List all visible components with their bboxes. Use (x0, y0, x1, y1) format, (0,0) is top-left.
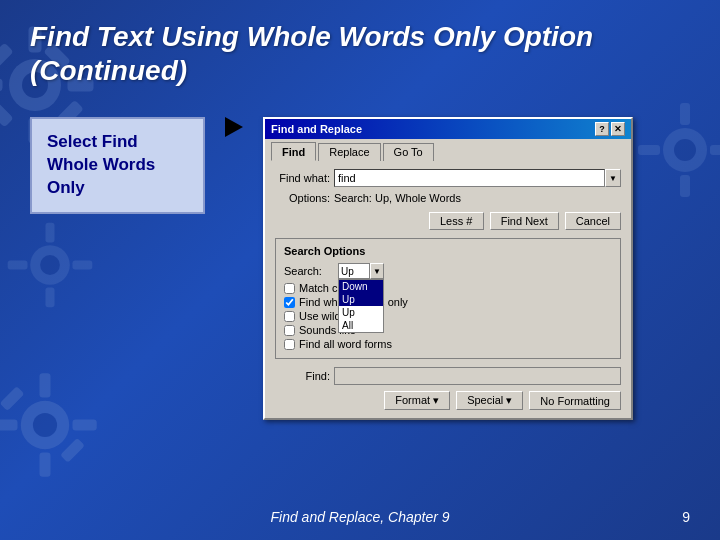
search-direction-value: Up (338, 263, 370, 279)
find-what-input[interactable] (334, 169, 605, 187)
match-case-row: Match case (284, 282, 612, 294)
find-replace-dialog: Find and Replace ? ✕ Find Replace Go To … (263, 117, 633, 420)
dialog-tabs: Find Replace Go To (265, 139, 631, 161)
search-option-up[interactable]: Up (339, 306, 383, 319)
body-area: Select Find Whole Words Only Find and Re… (30, 117, 690, 420)
options-label: Options: (275, 192, 330, 204)
options-text: Search: Up, Whole Words (334, 192, 461, 204)
top-buttons-row: Less # Find Next Cancel (275, 212, 621, 230)
use-wildcards-checkbox[interactable] (284, 311, 295, 322)
footer: Find and Replace, Chapter 9 9 (0, 509, 720, 525)
search-option-down[interactable]: Down (339, 280, 383, 293)
find-what-dropdown-arrow[interactable]: ▼ (605, 169, 621, 187)
search-direction-popup: Down Up Up All (338, 279, 384, 333)
footer-text: Find and Replace, Chapter 9 (271, 509, 450, 525)
find-what-field-container: ▼ (334, 169, 621, 187)
find-all-word-forms-row: Find all word forms (284, 338, 612, 350)
search-direction-row: Search: Up ▼ Down Up Up All (284, 263, 612, 279)
tab-goto[interactable]: Go To (383, 143, 434, 161)
page-number: 9 (682, 509, 690, 525)
main-content: Find Text Using Whole Words Only Option … (0, 0, 720, 440)
dialog-title: Find and Replace (271, 123, 362, 135)
find-next-button[interactable]: Find Next (490, 212, 559, 230)
label-box-text: Select Find Whole Words Only (47, 131, 188, 200)
find-bottom-row: Find: (275, 367, 621, 385)
dialog-body: Find what: ▼ Options: Search: Up, Whole … (265, 161, 631, 418)
find-bottom-input[interactable] (334, 367, 621, 385)
search-options-group: Search Options Search: Up ▼ Down (275, 238, 621, 359)
tab-replace[interactable]: Replace (318, 143, 380, 161)
tab-find[interactable]: Find (271, 142, 316, 161)
final-buttons-row: Format ▾ Special ▾ No Formatting (275, 391, 621, 410)
search-option-all[interactable]: All (339, 319, 383, 332)
match-case-checkbox[interactable] (284, 283, 295, 294)
find-all-word-forms-checkbox[interactable] (284, 339, 295, 350)
find-whole-words-checkbox[interactable] (284, 297, 295, 308)
format-button[interactable]: Format ▾ (384, 391, 450, 410)
options-row: Options: Search: Up, Whole Words (275, 192, 621, 204)
find-all-word-forms-label: Find all word forms (299, 338, 392, 350)
less-button[interactable]: Less # (429, 212, 484, 230)
label-box: Select Find Whole Words Only (30, 117, 205, 214)
no-formatting-button[interactable]: No Formatting (529, 391, 621, 410)
cancel-button[interactable]: Cancel (565, 212, 621, 230)
sounds-like-checkbox[interactable] (284, 325, 295, 336)
find-whole-words-row: Find whole words only (284, 296, 612, 308)
find-what-row: Find what: ▼ (275, 169, 621, 187)
search-options-title: Search Options (284, 245, 612, 257)
svg-rect-19 (40, 453, 51, 477)
search-option-up-highlight[interactable]: Up (339, 293, 383, 306)
search-direction-arrow[interactable]: ▼ (370, 263, 384, 279)
dialog-close-button[interactable]: ✕ (611, 122, 625, 136)
dialog-help-button[interactable]: ? (595, 122, 609, 136)
search-direction-label: Search: (284, 265, 334, 277)
find-what-label: Find what: (275, 172, 330, 184)
search-direction-dropdown[interactable]: Up ▼ Down Up Up All (338, 263, 384, 279)
dialog-window-controls: ? ✕ (595, 122, 625, 136)
arrow-container (225, 117, 243, 167)
sounds-like-row: Sounds like (284, 324, 612, 336)
arrow-icon (225, 117, 243, 137)
use-wildcards-row: Use wildcards (284, 310, 612, 322)
find-label2: Find: (275, 370, 330, 382)
page-title: Find Text Using Whole Words Only Option … (30, 20, 690, 87)
svg-rect-23 (60, 438, 85, 463)
dialog-titlebar: Find and Replace ? ✕ (265, 119, 631, 139)
special-button[interactable]: Special ▾ (456, 391, 523, 410)
